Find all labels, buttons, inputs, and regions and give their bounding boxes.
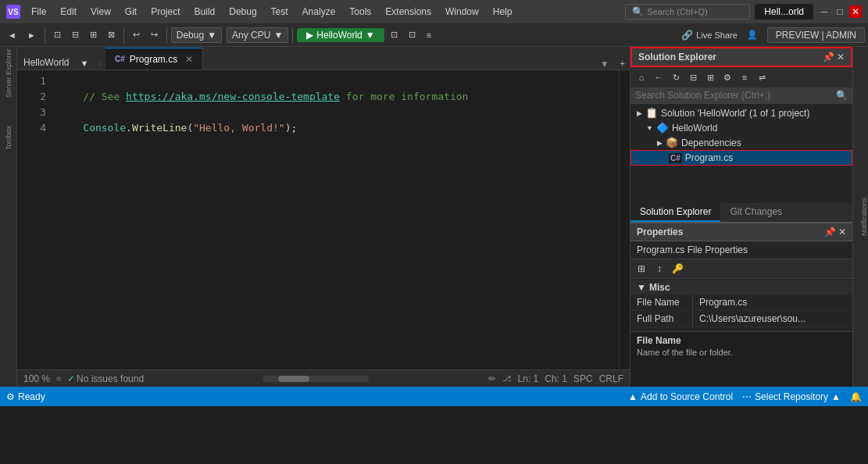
menu-help[interactable]: Help (487, 5, 519, 19)
prop-value-fullpath: C:\Users\azureuser\sou... (693, 311, 852, 327)
redo-button[interactable]: ↪ (146, 28, 163, 41)
prop-header-icons: 📌 ✕ (824, 227, 846, 237)
issues-indicator: ✓ No issues found (67, 373, 144, 384)
account-button[interactable]: 👤 (742, 28, 763, 41)
issues-check-icon: ✓ (67, 373, 75, 384)
toolbar-icon-4[interactable]: ⊠ (103, 28, 120, 41)
toolbar-icon-6[interactable]: ⊡ (404, 28, 420, 41)
menu-project[interactable]: Project (145, 5, 186, 19)
file-tab-dropdown[interactable]: ▼ (597, 59, 613, 70)
menu-analyze[interactable]: Analyze (296, 5, 342, 19)
zoom-level: 100 % (23, 373, 50, 384)
select-repository-button[interactable]: ⋯ Select Repository ▲ (742, 391, 841, 402)
se-search-input[interactable] (635, 90, 833, 101)
tree-project[interactable]: ▼ 🔷 HelloWorld (630, 120, 852, 135)
menu-edit[interactable]: Edit (54, 5, 83, 19)
line-num-2: 2 (20, 89, 46, 105)
file-tab-program-cs[interactable]: C# Program.cs ✕ (105, 48, 203, 70)
run-arrow: ▼ (366, 30, 375, 41)
menu-test[interactable]: Test (265, 5, 295, 19)
menu-git[interactable]: Git (119, 5, 143, 19)
toolbar-icon-7[interactable]: ≡ (422, 29, 436, 41)
tree-solution[interactable]: ▶ 📋 Solution 'HelloWorld' (1 of 1 projec… (630, 105, 852, 120)
toolbar-icon-5[interactable]: ⊡ (386, 28, 402, 41)
se-view-btn[interactable]: ≡ (737, 70, 752, 85)
preview-admin-button[interactable]: PREVIEW | ADMIN (767, 27, 865, 43)
project-dropdown[interactable]: ▼ (75, 57, 93, 70)
se-collapse-btn[interactable]: ⊟ (685, 70, 701, 85)
status-right: ▲ Add to Source Control ⋯ Select Reposit… (628, 391, 862, 402)
se-search-bar[interactable]: 🔍 (630, 87, 852, 104)
add-source-control-button[interactable]: ▲ Add to Source Control (628, 391, 733, 402)
tree-program-cs[interactable]: C# Program.cs (630, 150, 852, 166)
se-tabs: Solution Explorer Git Changes (630, 203, 852, 223)
close-button[interactable]: ✕ (849, 5, 862, 18)
toolbar-sep-2 (123, 27, 124, 43)
status-ready[interactable]: ⚙ Ready (6, 391, 45, 402)
properties-panel: Properties 📌 ✕ Program.cs File Propertie… (630, 223, 852, 387)
menu-view[interactable]: View (84, 5, 117, 19)
se-back-btn[interactable]: ← (651, 70, 666, 85)
tab-solution-explorer[interactable]: Solution Explorer (630, 203, 720, 222)
code-line-1-link[interactable]: https://aka.ms/new-console-template (126, 91, 340, 102)
file-close-icon[interactable]: ✕ (185, 54, 193, 65)
se-refresh-btn[interactable]: ↻ (668, 70, 684, 85)
prop-value-filename: Program.cs (693, 294, 852, 310)
prop-close-icon[interactable]: ✕ (838, 227, 846, 237)
se-pin-icon[interactable]: 📌 (823, 52, 834, 62)
toolbar-icon-1[interactable]: ⊡ (49, 28, 66, 41)
project-icon: 🔷 (656, 122, 669, 134)
se-close-icon[interactable]: ✕ (837, 52, 845, 62)
maximize-button[interactable]: □ (834, 5, 846, 18)
bell-icon: 🔔 (850, 391, 862, 402)
issues-label: No issues found (77, 373, 144, 384)
prop-pin-icon[interactable]: 📌 (824, 227, 836, 237)
code-content[interactable]: // See https://aka.ms/new-console-templa… (52, 70, 619, 369)
minimize-button[interactable]: ─ (818, 5, 830, 18)
code-editor[interactable]: 1 2 3 4 // See https://aka.ms/new-consol… (17, 70, 630, 369)
status-bar: ⚙ Ready ▲ Add to Source Control ⋯ Select… (0, 387, 868, 406)
platform-dropdown[interactable]: Any CPU ▼ (227, 27, 288, 43)
cursor-position: Ln: 1 (518, 373, 539, 384)
se-home-btn[interactable]: ⌂ (634, 70, 649, 85)
notifications-bell-button[interactable]: 🔔 (850, 391, 862, 402)
toolbar-icon-3[interactable]: ⊞ (85, 28, 102, 41)
menu-window[interactable]: Window (439, 5, 485, 19)
nav-fwd-button[interactable]: ► (23, 29, 41, 41)
run-button[interactable]: ▶ HelloWorld ▼ (297, 28, 384, 42)
prop-content: ▼ Misc File Name Program.cs Full Path C:… (630, 279, 852, 331)
run-icon: ▶ (306, 30, 313, 41)
ready-label: Ready (18, 391, 45, 402)
nav-back-button[interactable]: ◄ (3, 29, 21, 41)
menu-debug[interactable]: Debug (223, 5, 263, 19)
menu-extensions[interactable]: Extensions (379, 5, 438, 19)
live-share-label: Live Share (696, 30, 738, 40)
toolbox-icon[interactable]: Toolbox (1, 130, 16, 145)
horizontal-scrollbar[interactable] (263, 376, 369, 382)
prop-toolbar: ⊞ ↕ 🔑 (630, 259, 852, 279)
se-tree[interactable]: ▶ 📋 Solution 'HelloWorld' (1 of 1 projec… (630, 104, 852, 203)
tree-arrow-1: ▶ (637, 109, 642, 117)
program-cs-label: Program.cs (685, 152, 733, 163)
se-settings-btn[interactable]: ⚙ (720, 70, 735, 85)
new-tab-button[interactable]: + (616, 57, 630, 70)
toolbar-icon-2[interactable]: ⊟ (67, 28, 84, 41)
editor-scrollbar[interactable] (619, 70, 630, 369)
prop-key-btn[interactable]: 🔑 (670, 261, 685, 277)
tab-git-changes[interactable]: Git Changes (720, 203, 791, 222)
global-search-box[interactable]: 🔍 Search (Ctrl+Q) (625, 4, 750, 20)
prop-grid-btn[interactable]: ⊞ (634, 261, 649, 277)
server-explorer-icon[interactable]: Server Explorer (1, 66, 16, 81)
se-filter-btn[interactable]: ⊞ (702, 70, 718, 85)
line-numbers: 1 2 3 4 (17, 70, 52, 369)
tree-dependencies[interactable]: ▶ 📦 Dependencies (630, 135, 852, 150)
menu-build[interactable]: Build (188, 5, 222, 19)
live-share-button[interactable]: 🔗 Live Share (681, 30, 738, 41)
prop-sort-btn[interactable]: ↕ (652, 261, 667, 277)
undo-button[interactable]: ↩ (128, 28, 145, 41)
scroll-thumb (278, 376, 309, 382)
config-dropdown[interactable]: Debug ▼ (171, 27, 222, 43)
menu-tools[interactable]: Tools (343, 5, 377, 19)
se-sync-btn[interactable]: ⇌ (754, 70, 770, 85)
menu-file[interactable]: File (25, 5, 52, 19)
